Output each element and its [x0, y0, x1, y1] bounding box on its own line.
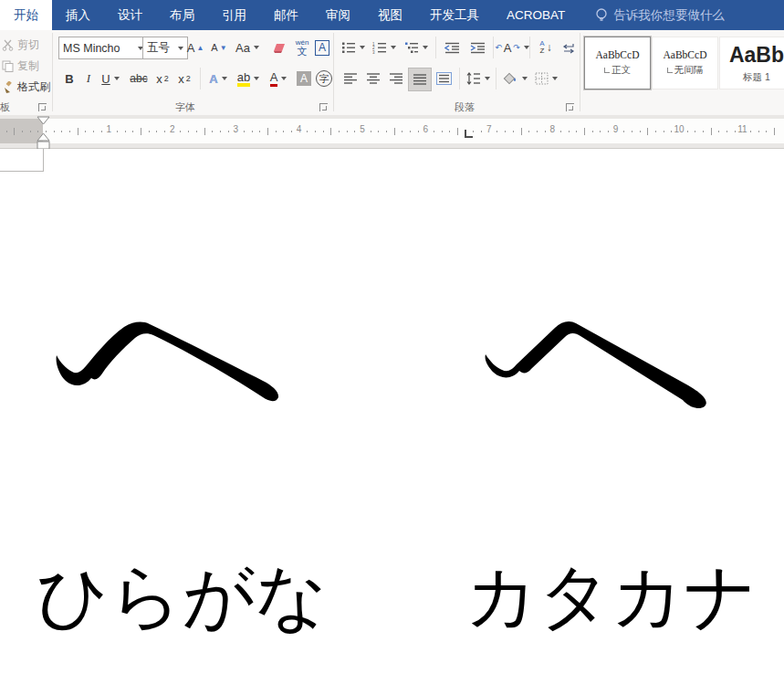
tell-me-label: 告诉我你想要做什么 [613, 7, 725, 24]
tab-stop-marker[interactable] [465, 130, 473, 138]
phonetic-guide-button[interactable]: wén 文 [292, 37, 312, 58]
ruler-tick [608, 131, 609, 132]
chevron-down-icon [222, 77, 227, 80]
highlight-color-button[interactable]: ab [234, 68, 263, 89]
tab-review[interactable]: 审阅 [312, 0, 364, 30]
ruler-tick [766, 131, 767, 132]
clipboard-dialog-launcher[interactable] [38, 103, 47, 111]
tab-acrobat[interactable]: ACROBAT [493, 0, 579, 30]
style-normal[interactable]: AaBbCcD 正文 [584, 37, 651, 89]
paragraph-dialog-launcher[interactable] [566, 103, 574, 111]
subscript-button[interactable]: x2 [152, 68, 173, 89]
style-no-spacing[interactable]: AaBbCcD 无间隔 [652, 37, 718, 89]
copy-button[interactable]: 复制 [2, 58, 39, 74]
left-indent-marker[interactable] [37, 142, 49, 149]
hanging-indent-marker[interactable] [37, 133, 49, 141]
left-arrow-icon: ↶ [495, 43, 502, 52]
font-color-button[interactable]: A [265, 68, 292, 89]
style-label: 无间隔 [674, 64, 704, 77]
ruler-tick: 1 [107, 124, 112, 134]
document-page[interactable]: ひらがな カタカナ [0, 149, 784, 684]
underline-button[interactable]: U [97, 68, 124, 89]
subscript-mark: 2 [164, 74, 169, 83]
decrease-indent-button[interactable] [440, 37, 464, 58]
tab-home[interactable]: 开始 [0, 0, 52, 30]
tab-view[interactable]: 视图 [364, 0, 416, 30]
multilevel-list-button[interactable] [402, 37, 431, 58]
ruler-tick [592, 131, 593, 132]
change-case-button[interactable]: Aa [234, 37, 261, 58]
font-name-combobox[interactable]: MS Mincho [58, 37, 148, 59]
show-marks-button[interactable] [559, 37, 579, 58]
tab-layout[interactable]: 布局 [156, 0, 208, 30]
ruler[interactable]: 1234567891011 [0, 115, 784, 149]
shrink-font-button[interactable]: A▼ [208, 37, 230, 58]
first-line-indent-marker[interactable] [37, 117, 49, 124]
ruler-tick [156, 131, 157, 132]
bold-button[interactable]: B [60, 68, 78, 89]
style-preview: AaBb [729, 43, 784, 68]
ruler-tick: 7 [486, 124, 492, 134]
character-border-button[interactable]: A [312, 37, 332, 58]
cut-label: 剪切 [17, 37, 39, 53]
ruler-tick [149, 131, 150, 132]
strikethrough-button[interactable]: abc [126, 68, 152, 89]
eraser-icon [272, 42, 287, 54]
cut-button[interactable]: 剪切 [2, 37, 39, 53]
asian-layout-button[interactable]: ↶ A ↷ [497, 37, 528, 58]
tab-design[interactable]: 设计 [104, 0, 156, 30]
tell-me-box[interactable]: 告诉我你想要做什么 [595, 0, 725, 30]
distribute-button[interactable] [432, 68, 455, 89]
justify-button[interactable] [408, 68, 432, 91]
superscript-button[interactable]: x2 [173, 68, 195, 89]
hiragana-label: ひらがな [37, 558, 310, 637]
enclose-characters-glyph: 字 [316, 70, 332, 87]
borders-button[interactable] [531, 68, 560, 89]
ruler-tick [291, 131, 292, 132]
increase-indent-button[interactable] [465, 37, 489, 58]
ruler-tick: 11 [737, 124, 747, 134]
increase-indent-icon [470, 42, 486, 54]
ruler-tick [560, 131, 561, 132]
enclose-characters-button[interactable]: 字 [314, 68, 334, 89]
button-separator [496, 68, 497, 89]
align-center-button[interactable] [362, 68, 384, 89]
clipboard-group-label: 板 [0, 100, 10, 114]
tab-mailings[interactable]: 邮件 [260, 0, 312, 30]
style-heading1[interactable]: AaBb 标题 1 [719, 37, 784, 89]
button-separator [493, 37, 494, 58]
tab-insert[interactable]: 插入 [52, 0, 104, 30]
copy-icon [2, 60, 14, 72]
ruler-tick [640, 131, 641, 132]
tab-developer[interactable]: 开发工具 [416, 0, 493, 30]
font-size-combobox[interactable]: 五号 [142, 37, 188, 59]
ruler-tick [180, 131, 181, 132]
align-left-button[interactable] [340, 68, 361, 89]
indent-markers[interactable] [36, 115, 51, 152]
align-right-button[interactable] [385, 68, 407, 89]
ruler-tick [750, 131, 751, 132]
ruler-tick: 8 [549, 124, 555, 134]
line-spacing-button[interactable] [464, 68, 493, 89]
format-painter-button[interactable]: 格式刷 [2, 79, 50, 95]
tab-references[interactable]: 引用 [208, 0, 260, 30]
character-shading-button[interactable]: A [294, 68, 314, 89]
italic-button[interactable]: I [80, 68, 97, 89]
font-dialog-launcher[interactable] [319, 103, 328, 111]
ruler-tick [339, 131, 340, 132]
ruler-tick [212, 131, 213, 132]
sort-button[interactable]: A Z ↓ [533, 37, 559, 58]
ruler-tick [735, 131, 736, 132]
grow-font-button[interactable]: A▲ [184, 37, 206, 58]
text-effects-glyph: A [209, 72, 217, 86]
clear-formatting-button[interactable] [268, 37, 290, 58]
bullets-button[interactable] [340, 37, 367, 58]
ruler-tick: 2 [170, 124, 175, 134]
button-separator [529, 37, 530, 58]
numbering-button[interactable]: 1 2 3 [371, 37, 398, 58]
ruler-tick [528, 131, 529, 132]
ruler-tick [244, 131, 245, 132]
shading-button[interactable] [500, 68, 529, 89]
text-effects-button[interactable]: A [204, 68, 232, 89]
ruler-tick [6, 131, 7, 132]
